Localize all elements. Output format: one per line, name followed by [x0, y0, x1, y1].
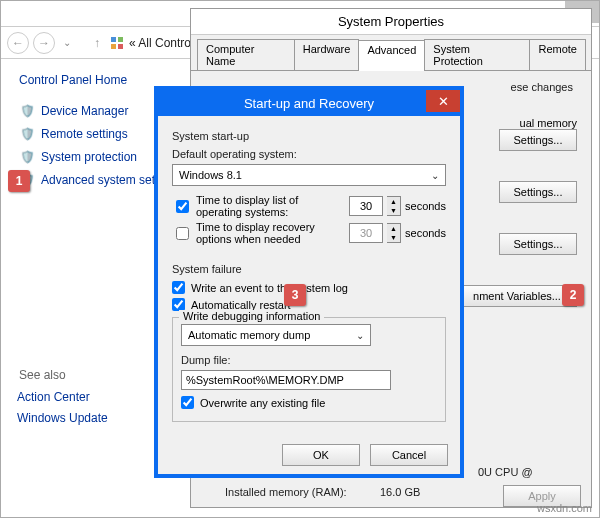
overwrite-label: Overwrite any existing file	[200, 397, 325, 409]
time-recovery-checkbox[interactable]	[176, 227, 189, 240]
startup-close-button[interactable]: ✕	[426, 90, 460, 112]
dump-file-label: Dump file:	[181, 354, 437, 366]
write-debug-legend: Write debugging information	[179, 310, 324, 322]
sidebar-item-label: Windows Update	[17, 411, 108, 425]
cancel-button[interactable]: Cancel	[370, 444, 448, 466]
write-event-label: Write an event to the system log	[191, 282, 348, 294]
callout-1: 1	[8, 170, 30, 192]
time-list-spinner[interactable]: ▲▼	[387, 196, 401, 216]
dump-mode-combo[interactable]: Automatic memory dump ⌄	[181, 324, 371, 346]
time-list-checkbox[interactable]	[176, 200, 189, 213]
seconds-label: seconds	[405, 200, 446, 212]
svg-rect-2	[111, 44, 116, 49]
system-properties-title: System Properties	[191, 9, 591, 35]
sidebar-item-label: System protection	[41, 150, 137, 164]
svg-rect-1	[118, 37, 123, 42]
time-recovery-spinner: ▲▼	[387, 223, 401, 243]
callout-2: 2	[562, 284, 584, 306]
system-startup-group: System start-up	[172, 130, 446, 142]
remote-settings-icon: 🛡️	[19, 126, 35, 142]
sidebar-item-label: Action Center	[17, 390, 90, 404]
control-panel-home-link[interactable]: Control Panel Home	[19, 73, 183, 87]
chevron-down-icon: ⌄	[356, 330, 364, 341]
tab-hardware[interactable]: Hardware	[294, 39, 360, 70]
device-manager-icon: 🛡️	[19, 103, 35, 119]
tab-remote[interactable]: Remote	[529, 39, 586, 70]
forward-button[interactable]: →	[33, 32, 55, 54]
watermark: wsxdn.com	[537, 502, 592, 514]
sidebar-item-label: Remote settings	[41, 127, 128, 141]
time-recovery-label: Time to display recovery options when ne…	[196, 221, 345, 245]
overwrite-checkbox[interactable]	[181, 396, 194, 409]
startup-body: System start-up Default operating system…	[158, 116, 460, 474]
control-panel-icon	[109, 35, 125, 51]
callout-3: 3	[284, 284, 306, 306]
dump-file-field[interactable]	[181, 370, 391, 390]
default-os-value: Windows 8.1	[179, 169, 242, 181]
settings-button-userprofiles[interactable]: Settings...	[499, 181, 577, 203]
tab-advanced[interactable]: Advanced	[358, 40, 425, 71]
seconds-label-2: seconds	[405, 227, 446, 239]
startup-recovery-dialog: Start-up and Recovery ✕ System start-up …	[154, 86, 464, 478]
auto-restart-label: Automatically restart	[191, 299, 291, 311]
up-button[interactable]: ↑	[89, 32, 105, 54]
ram-value: 16.0 GB	[380, 486, 420, 498]
default-os-combo[interactable]: Windows 8.1 ⌄	[172, 164, 446, 186]
chevron-down-icon: ⌄	[431, 170, 439, 181]
cpu-tail-text: 0U CPU @	[478, 466, 533, 478]
breadcrumb[interactable]: « All Contro	[109, 35, 191, 51]
ok-button[interactable]: OK	[282, 444, 360, 466]
startup-titlebar: Start-up and Recovery ✕	[158, 90, 460, 116]
time-list-label: Time to display list of operating system…	[196, 194, 345, 218]
startup-title: Start-up and Recovery	[244, 96, 374, 111]
time-list-value[interactable]	[349, 196, 383, 216]
system-protection-icon: 🛡️	[19, 149, 35, 165]
write-event-checkbox[interactable]	[172, 281, 185, 294]
svg-rect-3	[118, 44, 123, 49]
default-os-label: Default operating system:	[172, 148, 446, 160]
tab-system-protection[interactable]: System Protection	[424, 39, 530, 70]
history-chevron-icon[interactable]: ⌄	[59, 37, 75, 48]
tab-computer-name[interactable]: Computer Name	[197, 39, 295, 70]
svg-rect-0	[111, 37, 116, 42]
dump-mode-value: Automatic memory dump	[188, 329, 310, 341]
system-properties-tabs: Computer Name Hardware Advanced System P…	[191, 35, 591, 71]
settings-button-performance[interactable]: Settings...	[499, 129, 577, 151]
settings-button-startup[interactable]: Settings...	[499, 233, 577, 255]
breadcrumb-text: « All Contro	[129, 36, 191, 50]
back-button[interactable]: ←	[7, 32, 29, 54]
sidebar-item-label: Advanced system setti	[41, 173, 161, 187]
sidebar-item-label: Device Manager	[41, 104, 128, 118]
system-failure-group: System failure	[172, 263, 446, 275]
ram-label: Installed memory (RAM):	[225, 486, 347, 498]
debug-info-group: Write debugging information Automatic me…	[172, 317, 446, 422]
environment-variables-button[interactable]: nment Variables...	[457, 285, 577, 307]
time-recovery-value	[349, 223, 383, 243]
